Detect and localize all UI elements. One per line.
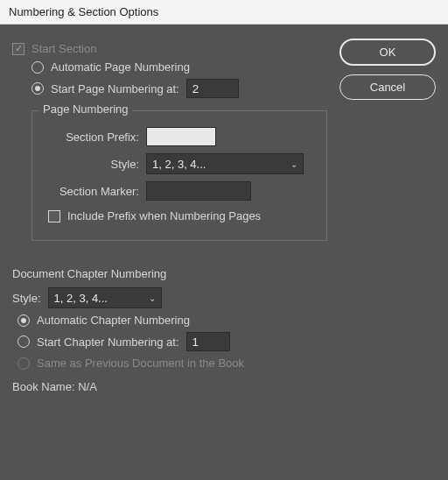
main-column: Start Section Automatic Page Numbering S… xyxy=(12,37,327,466)
include-prefix-row[interactable]: Include Prefix when Numbering Pages xyxy=(48,209,314,222)
cancel-button[interactable]: Cancel xyxy=(340,74,436,100)
same-as-prev-radio xyxy=(18,357,30,370)
start-page-at-label: Start Page Numbering at: xyxy=(51,82,179,95)
page-numbering-legend: Page Numbering xyxy=(39,102,132,116)
start-page-at-radio[interactable] xyxy=(32,82,44,95)
include-prefix-checkbox[interactable] xyxy=(48,210,60,222)
section-prefix-input[interactable] xyxy=(146,127,216,146)
book-name-row: Book Name: N/A xyxy=(12,380,327,393)
auto-chapter-label: Automatic Chapter Numbering xyxy=(37,314,190,327)
page-style-row: Style: 1, 2, 3, 4... ⌄ xyxy=(45,153,314,174)
same-as-prev-row: Same as Previous Document in the Book xyxy=(18,356,327,370)
dialog-titlebar: Numbering & Section Options xyxy=(0,0,448,25)
chapter-heading: Document Chapter Numbering xyxy=(12,267,327,280)
chapter-style-label: Style: xyxy=(12,292,41,305)
start-section-row: Start Section xyxy=(12,42,327,55)
chevron-down-icon: ⌄ xyxy=(149,293,156,303)
book-name-label: Book Name: N/A xyxy=(12,380,97,393)
start-section-checkbox xyxy=(12,43,24,55)
include-prefix-label: Include Prefix when Numbering Pages xyxy=(67,209,261,222)
start-page-at-input[interactable] xyxy=(186,79,239,98)
section-marker-input[interactable] xyxy=(146,181,251,201)
start-chapter-at-label: Start Chapter Numbering at: xyxy=(37,335,179,349)
page-numbering-fieldset: Page Numbering Section Prefix: Style: 1,… xyxy=(32,110,327,241)
auto-chapter-radio[interactable] xyxy=(18,314,30,327)
page-style-select[interactable]: 1, 2, 3, 4... ⌄ xyxy=(146,153,304,174)
start-page-at-row[interactable]: Start Page Numbering at: xyxy=(32,79,327,98)
cancel-button-label: Cancel xyxy=(370,81,405,94)
section-prefix-label: Section Prefix: xyxy=(45,131,139,144)
section-marker-label: Section Marker: xyxy=(45,185,139,198)
page-style-label: Style: xyxy=(45,158,139,171)
ok-button-label: OK xyxy=(380,46,396,59)
dialog-title: Numbering & Section Options xyxy=(9,5,158,18)
auto-page-numbering-row[interactable]: Automatic Page Numbering xyxy=(32,60,327,74)
auto-page-numbering-label: Automatic Page Numbering xyxy=(51,60,190,74)
chapter-style-select[interactable]: 1, 2, 3, 4... ⌄ xyxy=(48,287,162,308)
auto-page-numbering-radio[interactable] xyxy=(32,61,44,74)
same-as-prev-label: Same as Previous Document in the Book xyxy=(37,356,244,370)
dialog-body: Start Section Automatic Page Numbering S… xyxy=(0,25,448,478)
page-style-value: 1, 2, 3, 4... xyxy=(152,158,206,171)
section-prefix-row: Section Prefix: xyxy=(45,127,314,146)
start-chapter-at-radio[interactable] xyxy=(18,335,30,348)
start-section-label: Start Section xyxy=(32,42,96,55)
chapter-style-row: Style: 1, 2, 3, 4... ⌄ xyxy=(12,287,327,308)
ok-button[interactable]: OK xyxy=(340,39,436,66)
chapter-style-value: 1, 2, 3, 4... xyxy=(54,292,108,305)
section-marker-row: Section Marker: xyxy=(45,181,314,201)
chevron-down-icon: ⌄ xyxy=(290,159,298,169)
button-column: OK Cancel xyxy=(340,37,436,466)
auto-chapter-row[interactable]: Automatic Chapter Numbering xyxy=(18,314,327,327)
start-chapter-at-row[interactable]: Start Chapter Numbering at: xyxy=(18,332,327,351)
start-chapter-at-input[interactable] xyxy=(186,332,230,351)
